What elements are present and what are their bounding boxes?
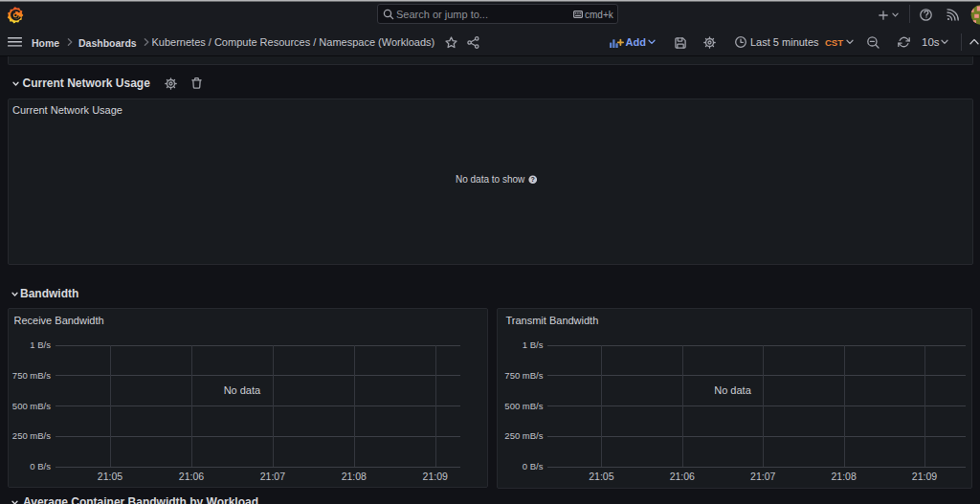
svg-text:?: ? xyxy=(530,176,534,184)
